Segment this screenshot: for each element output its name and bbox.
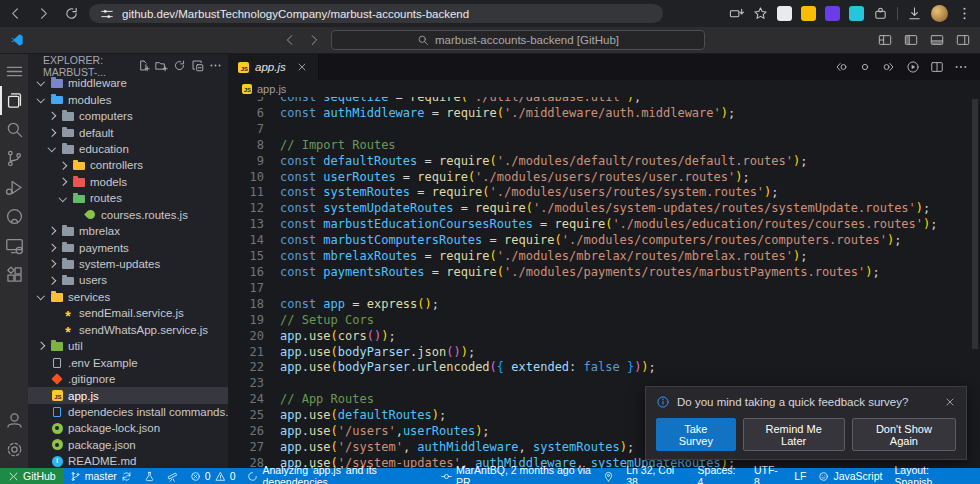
activity-bar-search[interactable] <box>0 115 28 144</box>
browser-menu-icon[interactable] <box>957 6 972 21</box>
tree-file-readme-md[interactable]: iREADME.md <box>28 453 228 468</box>
toggle-secondary-sidebar-icon[interactable] <box>956 33 970 47</box>
site-settings-icon[interactable] <box>100 7 114 21</box>
code-line-15[interactable]: 15const mbrelaxRoutes = require('./modul… <box>228 249 980 265</box>
activity-bar-remote-explorer[interactable] <box>0 231 28 260</box>
status-remote-indicator[interactable]: GitHub <box>0 468 64 484</box>
code-line-8[interactable]: 8// Import Routes <box>228 138 980 154</box>
send-to-device-icon[interactable] <box>729 6 744 21</box>
editor-scrollbar[interactable] <box>970 81 980 468</box>
status-beaker[interactable] <box>138 468 161 484</box>
dice-extension-icon[interactable] <box>825 6 840 21</box>
code-line-12[interactable]: 12const systemUpdateRoutes = require('./… <box>228 201 980 217</box>
status-indentation[interactable]: Spaces: 4 <box>692 468 748 484</box>
code-line-22[interactable]: 22app.use(bodyParser.urlencoded({ extend… <box>228 360 980 376</box>
scrollbar-thumb[interactable] <box>972 99 978 349</box>
editor-more-icon[interactable] <box>954 60 968 74</box>
address-bar[interactable]: github.dev/MarbustTechnologyCompany/marb… <box>89 4 663 23</box>
code-line-14[interactable]: 14const marbustComputersRoutes = require… <box>228 233 980 249</box>
code-line-20[interactable]: 20app.use(cors()); <box>228 329 980 345</box>
tree-folder-users[interactable]: users <box>28 272 228 288</box>
new-file-icon[interactable] <box>137 59 150 72</box>
tree-file-sendemail-service-js[interactable]: *sendEmail.service.js <box>28 305 228 321</box>
tree-folder-computers[interactable]: computers <box>28 108 228 124</box>
code-line-11[interactable]: 11const systemRoutes = require('./module… <box>228 185 980 201</box>
toggle-panel-icon[interactable] <box>930 33 944 47</box>
status-layout[interactable]: Layout: Spanish <box>888 468 972 484</box>
nav-back-icon[interactable] <box>834 60 848 74</box>
tree-folder-routes[interactable]: routes <box>28 190 228 206</box>
tree-folder-services[interactable]: services <box>28 289 228 305</box>
status-live-share[interactable] <box>161 468 184 484</box>
nav-forward-icon[interactable] <box>882 60 896 74</box>
tree-file-package-lock-json[interactable]: package-lock.json <box>28 420 228 436</box>
new-folder-icon[interactable] <box>155 59 168 72</box>
tree-folder-default[interactable]: default <box>28 124 228 140</box>
tree-file-dependecies-install-commands-txt[interactable]: dependecies install commands.txt <box>28 404 228 420</box>
tree-folder-controllers[interactable]: controllers <box>28 157 228 173</box>
extensions-puzzle-icon[interactable] <box>873 6 888 21</box>
tree-file-package-json[interactable]: package.json <box>28 437 228 453</box>
tree-folder-models[interactable]: models <box>28 174 228 190</box>
remind-me-later-button[interactable]: Remind Me Later <box>743 418 845 451</box>
downloads-icon[interactable] <box>907 6 922 21</box>
back-icon[interactable] <box>8 6 23 21</box>
notes-extension-icon[interactable] <box>801 6 816 21</box>
bookmark-star-icon[interactable] <box>753 6 768 21</box>
refresh-explorer-icon[interactable] <box>173 59 186 72</box>
explorer-more-icon[interactable] <box>209 59 222 72</box>
status-encoding[interactable]: UTF-8 <box>748 468 788 484</box>
status-eol[interactable]: LF <box>788 468 812 484</box>
tree-file-sendwhatsapp-service-js[interactable]: *sendWhatsApp.service.js <box>28 322 228 338</box>
tree-folder-modules[interactable]: modules <box>28 91 228 107</box>
forward-icon[interactable] <box>36 6 51 21</box>
customize-layout-icon[interactable] <box>878 33 892 47</box>
tree-file-app-js[interactable]: JSapp.js <box>28 387 228 403</box>
status-analyzing[interactable]: Analyzing 'app.js' and its dependencies <box>241 468 435 484</box>
history-forward-icon[interactable] <box>307 33 321 47</box>
code-line-19[interactable]: 19// Setup Cors <box>228 313 980 329</box>
toggle-primary-sidebar-icon[interactable] <box>904 33 918 47</box>
history-back-icon[interactable] <box>283 33 297 47</box>
snowflake-extension-icon[interactable] <box>849 6 864 21</box>
code-line-21[interactable]: 21app.use(bodyParser.json()); <box>228 345 980 361</box>
status-commit-info[interactable]: MarAntBQ, 2 months ago via PR <box>435 468 620 484</box>
reload-icon[interactable] <box>64 6 79 21</box>
command-center-search[interactable]: marbust-accounts-backend [GitHub] <box>331 30 705 50</box>
tree-folder-system-updates[interactable]: system-updates <box>28 256 228 272</box>
notification-close-icon[interactable] <box>944 396 956 408</box>
code-line-13[interactable]: 13const marbustEducationCoursesRoutes = … <box>228 217 980 233</box>
activity-bar-account[interactable] <box>0 406 28 435</box>
tab-app-js[interactable]: JS app.js <box>228 54 319 80</box>
activity-bar-source-control[interactable] <box>0 144 28 173</box>
split-editor-icon[interactable] <box>930 60 944 74</box>
run-file-icon[interactable] <box>906 60 920 74</box>
status-language-mode[interactable]: JavaScript <box>812 468 888 484</box>
tree-folder-payments[interactable]: payments <box>28 239 228 255</box>
code-line-9[interactable]: 9const defaultRoutes = require('./module… <box>228 154 980 170</box>
code-line-16[interactable]: 16const paymentsRoutes = require('./modu… <box>228 265 980 281</box>
profile-avatar[interactable] <box>931 5 948 22</box>
tab-close-icon[interactable] <box>296 61 308 73</box>
tree-folder-util[interactable]: util <box>28 338 228 354</box>
activity-bar-settings[interactable] <box>0 435 28 464</box>
status-cursor-position[interactable]: Ln 32, Col 38 <box>620 468 691 484</box>
code-line-17[interactable]: 17 <box>228 281 980 297</box>
tree-folder-education[interactable]: education <box>28 141 228 157</box>
nav-circle-icon[interactable] <box>858 60 872 74</box>
collapse-folders-icon[interactable] <box>191 59 204 72</box>
tree-file--env-example[interactable]: .env Example <box>28 354 228 370</box>
status-branch[interactable]: master <box>64 468 138 484</box>
status-problems[interactable]: 00 <box>184 468 242 484</box>
breadcrumb[interactable]: JS app.js <box>228 80 980 97</box>
tree-file-courses-routes-js[interactable]: courses.routes.js <box>28 207 228 223</box>
don-t-show-again-button[interactable]: Don't Show Again <box>852 418 956 451</box>
tree-file--gitignore[interactable]: .gitignore <box>28 371 228 387</box>
code-line-10[interactable]: 10const userRoutes = require('./modules/… <box>228 170 980 186</box>
activity-bar-extensions[interactable] <box>0 260 28 289</box>
tree-folder-mbrelax[interactable]: mbrelax <box>28 223 228 239</box>
qr-extension-icon[interactable] <box>777 6 792 21</box>
activity-bar-explorer[interactable] <box>0 86 28 115</box>
code-line-6[interactable]: 6const authMiddleware = require('./middl… <box>228 106 980 122</box>
activity-bar-menu[interactable] <box>0 57 28 86</box>
